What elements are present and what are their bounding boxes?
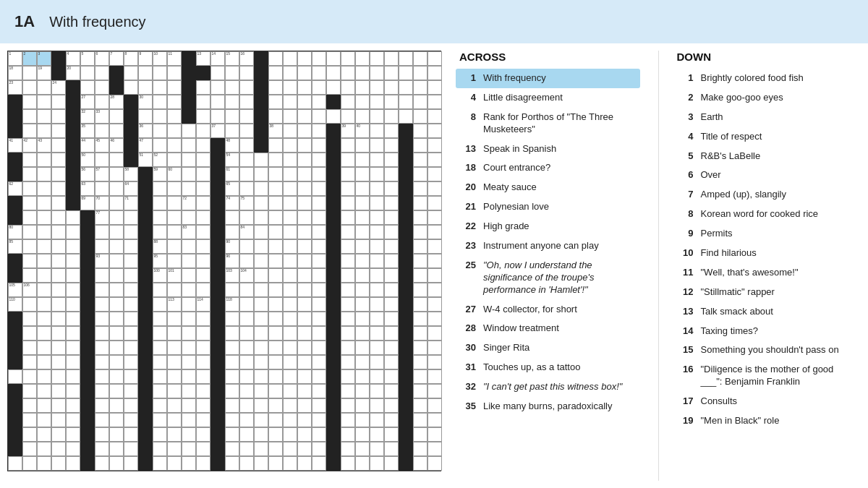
- crossword-cell[interactable]: [124, 153, 138, 167]
- crossword-cell[interactable]: [153, 442, 167, 456]
- crossword-cell[interactable]: [413, 297, 427, 312]
- crossword-cell[interactable]: [51, 138, 66, 153]
- crossword-cell[interactable]: [37, 225, 51, 239]
- clue-item[interactable]: 17Consults: [673, 392, 858, 411]
- crossword-cell[interactable]: [51, 326, 66, 341]
- crossword-cell[interactable]: [37, 369, 51, 384]
- crossword-cell[interactable]: [196, 398, 210, 413]
- crossword-cell[interactable]: [22, 413, 37, 427]
- crossword-cell[interactable]: [427, 369, 442, 384]
- crossword-cell[interactable]: [413, 138, 427, 153]
- crossword-cell[interactable]: [182, 181, 196, 196]
- crossword-cell[interactable]: [138, 181, 153, 196]
- crossword-cell[interactable]: [210, 326, 225, 341]
- crossword-cell[interactable]: [283, 124, 297, 138]
- crossword-cell[interactable]: [51, 210, 66, 225]
- crossword-cell[interactable]: [312, 254, 326, 268]
- crossword-cell[interactable]: [254, 210, 268, 225]
- crossword-cell[interactable]: [312, 167, 326, 181]
- crossword-cell[interactable]: [384, 398, 399, 413]
- crossword-cell[interactable]: [268, 297, 283, 312]
- crossword-cell[interactable]: [341, 442, 355, 456]
- crossword-cell[interactable]: [427, 268, 442, 283]
- crossword-cell[interactable]: [124, 80, 138, 95]
- crossword-cell[interactable]: [355, 442, 370, 456]
- crossword-cell[interactable]: [66, 138, 80, 153]
- crossword-cell[interactable]: [427, 427, 442, 442]
- crossword-cell[interactable]: [384, 51, 399, 66]
- crossword-cell[interactable]: [312, 341, 326, 355]
- crossword-cell[interactable]: [225, 413, 239, 427]
- crossword-cell[interactable]: [225, 384, 239, 398]
- crossword-cell[interactable]: [413, 427, 427, 442]
- crossword-cell[interactable]: [22, 456, 37, 471]
- crossword-cell[interactable]: [95, 326, 109, 341]
- crossword-cell[interactable]: [370, 254, 384, 268]
- crossword-cell[interactable]: [239, 341, 254, 355]
- crossword-cell[interactable]: [239, 442, 254, 456]
- crossword-cell[interactable]: [283, 297, 297, 312]
- crossword-cell[interactable]: [370, 51, 384, 66]
- crossword-cell[interactable]: [138, 398, 153, 413]
- crossword-cell[interactable]: [22, 355, 37, 369]
- crossword-cell[interactable]: [312, 283, 326, 297]
- crossword-cell[interactable]: [182, 398, 196, 413]
- crossword-cell[interactable]: [22, 369, 37, 384]
- crossword-cell[interactable]: 2: [22, 51, 37, 66]
- crossword-cell[interactable]: [95, 297, 109, 312]
- crossword-cell[interactable]: 18: [8, 66, 22, 80]
- crossword-cell[interactable]: [182, 456, 196, 471]
- crossword-cell[interactable]: [399, 167, 413, 181]
- crossword-cell[interactable]: [138, 326, 153, 341]
- crossword-cell[interactable]: 74: [225, 196, 239, 210]
- crossword-cell[interactable]: [80, 413, 95, 427]
- crossword-cell[interactable]: [167, 95, 182, 109]
- crossword-cell[interactable]: [124, 297, 138, 312]
- crossword-cell[interactable]: 5: [80, 51, 95, 66]
- crossword-cell[interactable]: [427, 167, 442, 181]
- crossword-cell[interactable]: 20: [66, 66, 80, 80]
- crossword-cell[interactable]: [239, 153, 254, 167]
- crossword-cell[interactable]: [138, 341, 153, 355]
- crossword-cell[interactable]: [268, 225, 283, 239]
- crossword-cell[interactable]: [8, 124, 22, 138]
- crossword-cell[interactable]: 6: [95, 51, 109, 66]
- crossword-cell[interactable]: [370, 442, 384, 456]
- crossword-cell[interactable]: [66, 312, 80, 326]
- crossword-cell[interactable]: [210, 384, 225, 398]
- crossword-cell[interactable]: [51, 341, 66, 355]
- crossword-cell[interactable]: [210, 268, 225, 283]
- crossword-cell[interactable]: [66, 268, 80, 283]
- crossword-cell[interactable]: [384, 138, 399, 153]
- crossword-cell[interactable]: [239, 124, 254, 138]
- crossword-cell[interactable]: [427, 355, 442, 369]
- crossword-cell[interactable]: [153, 66, 167, 80]
- crossword-cell[interactable]: [95, 369, 109, 384]
- crossword-cell[interactable]: [326, 268, 341, 283]
- crossword-cell[interactable]: [254, 239, 268, 254]
- crossword-cell[interactable]: [66, 196, 80, 210]
- clue-item[interactable]: 14Taxing times?: [673, 322, 858, 341]
- crossword-cell[interactable]: [427, 312, 442, 326]
- crossword-cell[interactable]: [297, 341, 312, 355]
- crossword-cell[interactable]: [384, 341, 399, 355]
- crossword-cell[interactable]: [239, 413, 254, 427]
- crossword-cell[interactable]: [95, 225, 109, 239]
- crossword-cell[interactable]: [124, 326, 138, 341]
- crossword-cell[interactable]: [254, 153, 268, 167]
- crossword-cell[interactable]: [109, 80, 124, 95]
- crossword-cell[interactable]: [326, 456, 341, 471]
- crossword-cell[interactable]: 35: [80, 124, 95, 138]
- crossword-cell[interactable]: [8, 210, 22, 225]
- crossword-cell[interactable]: [51, 413, 66, 427]
- clue-item[interactable]: 5R&B's LaBelle: [673, 147, 858, 166]
- crossword-cell[interactable]: [153, 109, 167, 124]
- crossword-cell[interactable]: [399, 80, 413, 95]
- crossword-cell[interactable]: [283, 355, 297, 369]
- crossword-cell[interactable]: 105: [8, 283, 22, 297]
- crossword-cell[interactable]: 88: [153, 239, 167, 254]
- crossword-cell[interactable]: [196, 181, 210, 196]
- crossword-cell[interactable]: [138, 442, 153, 456]
- crossword-cell[interactable]: 104: [239, 268, 254, 283]
- crossword-cell[interactable]: [210, 138, 225, 153]
